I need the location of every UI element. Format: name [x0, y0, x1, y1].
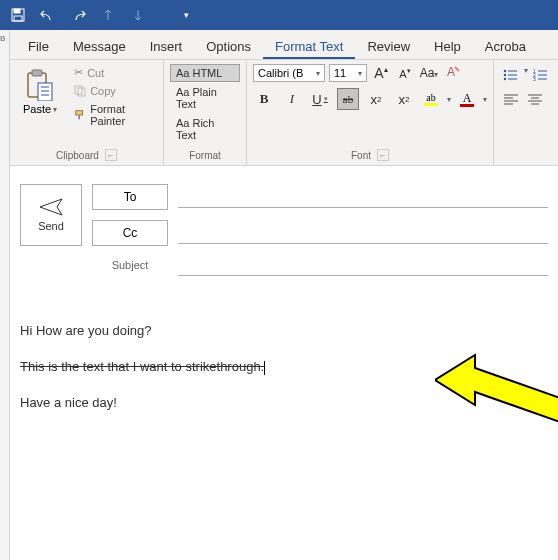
- send-label: Send: [38, 220, 64, 232]
- group-format: Aa HTML Aa Plain Text Aa Rich Text Forma…: [164, 60, 247, 165]
- eraser-icon: A: [445, 65, 461, 79]
- clear-formatting-button[interactable]: A: [443, 65, 463, 82]
- svg-rect-5: [38, 83, 52, 101]
- svg-text:A: A: [447, 65, 455, 79]
- tab-insert[interactable]: Insert: [138, 33, 195, 59]
- bold-button[interactable]: B: [253, 88, 275, 110]
- svg-rect-4: [32, 70, 42, 76]
- body-line-2-strikethrough: This is the text that I want to striketh…: [20, 359, 264, 374]
- group-paragraph: ▾ 123: [494, 60, 558, 165]
- paste-button[interactable]: Paste ▾: [16, 64, 64, 120]
- tab-acrobat[interactable]: Acroba: [473, 33, 538, 59]
- paste-icon: [26, 69, 54, 101]
- tab-help[interactable]: Help: [422, 33, 473, 59]
- format-group-label: Format: [189, 150, 221, 161]
- to-input[interactable]: [178, 186, 548, 208]
- rich-text-button[interactable]: Aa Rich Text: [170, 114, 240, 144]
- font-color-button[interactable]: A: [457, 92, 477, 107]
- superscript-button[interactable]: x2: [393, 88, 415, 110]
- brush-icon: [74, 109, 86, 121]
- chevron-down-icon: ▾: [53, 105, 57, 114]
- svg-text:3: 3: [533, 76, 536, 81]
- chevron-down-icon: ▾: [358, 69, 362, 78]
- clipboard-launcher-icon[interactable]: ⌐: [105, 149, 117, 161]
- copy-button: Copy: [70, 83, 157, 99]
- svg-point-13: [504, 70, 506, 72]
- chevron-down-icon[interactable]: ▾: [447, 95, 451, 104]
- svg-rect-11: [76, 111, 83, 115]
- font-launcher-icon[interactable]: ⌐: [377, 149, 389, 161]
- undo-icon[interactable]: [38, 5, 58, 25]
- italic-button[interactable]: I: [281, 88, 303, 110]
- cc-input[interactable]: [178, 222, 548, 244]
- highlight-color-bar: [424, 103, 438, 106]
- ribbon-tabs: File Message Insert Options Format Text …: [10, 30, 558, 60]
- strikethrough-button[interactable]: ab: [337, 88, 359, 110]
- tab-format-text[interactable]: Format Text: [263, 33, 355, 59]
- svg-rect-2: [14, 16, 22, 21]
- save-icon[interactable]: [8, 5, 28, 25]
- to-button[interactable]: To: [92, 184, 168, 210]
- ribbon: Paste ▾ ✂ Cut Copy Format Painter Clipbo…: [10, 60, 558, 166]
- change-case-button[interactable]: Aa▾: [419, 66, 439, 80]
- chevron-down-icon[interactable]: ▾: [524, 66, 528, 84]
- tab-options[interactable]: Options: [194, 33, 263, 59]
- grow-font-button[interactable]: A▴: [371, 65, 391, 81]
- body-line-3: Have a nice day!: [20, 394, 548, 412]
- underline-button[interactable]: U▾: [309, 88, 331, 110]
- font-size-value: 11: [334, 67, 354, 79]
- font-name-value: Calibri (B: [258, 67, 312, 79]
- numbering-icon: 123: [533, 69, 549, 81]
- clipboard-group-label: Clipboard: [56, 150, 99, 161]
- cut-button: ✂ Cut: [70, 64, 157, 81]
- group-font: Calibri (B ▾ 11 ▾ A▴ A▾ Aa▾ A B I U▾ ab: [247, 60, 494, 165]
- left-gutter: B: [0, 30, 10, 560]
- chevron-down-icon[interactable]: ▾: [483, 95, 487, 104]
- chevron-down-icon: ▾: [316, 69, 320, 78]
- font-group-label: Font: [351, 150, 371, 161]
- redo-icon[interactable]: [68, 5, 88, 25]
- body-line-1: Hi How are you doing?: [20, 322, 548, 340]
- subject-input[interactable]: [178, 254, 548, 276]
- align-left-icon: [504, 93, 518, 105]
- down-arrow-icon: [128, 5, 148, 25]
- highlight-button[interactable]: ab: [421, 93, 441, 106]
- bullets-icon: [503, 69, 519, 81]
- subscript-button[interactable]: x2: [365, 88, 387, 110]
- copy-icon: [74, 85, 86, 97]
- cut-label: Cut: [87, 67, 104, 79]
- align-left-button[interactable]: [500, 90, 522, 108]
- format-painter-button[interactable]: Format Painter: [70, 101, 157, 129]
- plain-text-button[interactable]: Aa Plain Text: [170, 83, 240, 113]
- svg-rect-1: [14, 9, 20, 13]
- message-body[interactable]: Hi How are you doing? This is the text t…: [10, 294, 558, 459]
- html-format-button[interactable]: Aa HTML: [170, 64, 240, 82]
- send-icon: [39, 198, 63, 216]
- align-center-button[interactable]: [524, 90, 546, 108]
- tab-file[interactable]: File: [16, 33, 61, 59]
- svg-point-15: [504, 74, 506, 76]
- text-cursor: [264, 361, 265, 375]
- numbering-button[interactable]: 123: [530, 66, 552, 84]
- shrink-font-button[interactable]: A▾: [395, 67, 415, 80]
- align-center-icon: [528, 93, 542, 105]
- compose-header: Send To Cc Subject: [10, 166, 558, 294]
- tab-review[interactable]: Review: [355, 33, 422, 59]
- paste-label: Paste: [23, 103, 51, 115]
- send-button[interactable]: Send: [20, 184, 82, 246]
- svg-point-17: [504, 78, 506, 80]
- font-size-select[interactable]: 11 ▾: [329, 64, 367, 82]
- cc-button[interactable]: Cc: [92, 220, 168, 246]
- up-arrow-icon: [98, 5, 118, 25]
- font-name-select[interactable]: Calibri (B ▾: [253, 64, 325, 82]
- tab-message[interactable]: Message: [61, 33, 138, 59]
- scissors-icon: ✂: [74, 66, 83, 79]
- bullets-button[interactable]: [500, 66, 522, 84]
- group-clipboard: Paste ▾ ✂ Cut Copy Format Painter Clipbo…: [10, 60, 164, 165]
- font-color-bar: [460, 104, 474, 107]
- subject-label: Subject: [92, 259, 168, 271]
- customize-qat-icon[interactable]: ▾: [176, 5, 196, 25]
- copy-label: Copy: [90, 85, 116, 97]
- title-bar: ▾: [0, 0, 558, 30]
- format-painter-label: Format Painter: [90, 103, 153, 127]
